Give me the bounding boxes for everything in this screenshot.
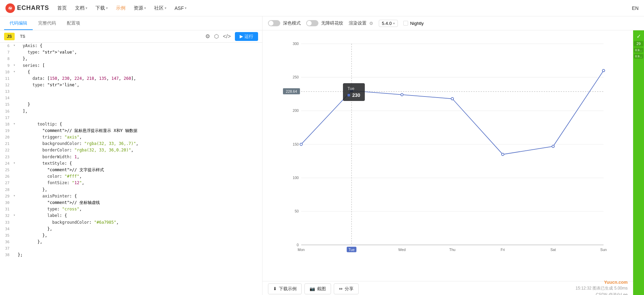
camera-icon: 📷 [310, 286, 315, 291]
fold-arrow[interactable] [12, 49, 16, 56]
line-number: 8 [0, 56, 12, 62]
line-number: 6 [0, 43, 12, 49]
side-value-2: 0.9... [634, 48, 643, 53]
chart-actions: ⬇ 下载示例 📷 截图 ⇔ 分享 [268, 283, 359, 294]
dark-mode-toggle[interactable]: 深色模式 [268, 20, 301, 26]
fold-arrow[interactable] [12, 141, 16, 147]
fold-arrow[interactable] [12, 128, 16, 134]
download-btn[interactable]: ⬇ 下载示例 [268, 283, 302, 294]
fold-arrow[interactable] [12, 226, 16, 232]
logo-text: ECHARTS [17, 4, 49, 12]
fold-arrow[interactable] [12, 101, 16, 108]
accessible-switch[interactable] [306, 20, 318, 26]
svg-text:Sun: Sun [600, 248, 607, 252]
tab-code-edit[interactable]: 代码编辑 [4, 16, 33, 30]
svg-point-31 [451, 98, 453, 100]
fold-arrow[interactable] [12, 95, 16, 101]
lang-ts-tab[interactable]: TS [17, 33, 28, 40]
fold-arrow[interactable]: ▾ [12, 193, 16, 200]
fold-arrow[interactable] [12, 239, 16, 245]
svg-text:228.64: 228.64 [286, 89, 297, 93]
accessible-toggle[interactable]: 无障碍花纹 [306, 20, 343, 26]
fold-arrow[interactable] [12, 245, 16, 252]
version-selector[interactable]: 5.4.0 ▾ [379, 20, 398, 27]
dark-mode-switch[interactable] [268, 20, 280, 26]
fold-arrow[interactable] [12, 56, 16, 62]
fold-arrow[interactable] [12, 88, 16, 95]
line-number: 35 [0, 232, 12, 239]
line-number: 7 [0, 49, 12, 56]
fold-arrow[interactable] [12, 219, 16, 226]
line-number: 37 [0, 245, 12, 252]
fold-arrow[interactable]: ▾ [12, 62, 16, 69]
lang-js-tab[interactable]: JS [4, 33, 15, 40]
fold-arrow[interactable]: ▾ [12, 160, 16, 167]
share-btn[interactable]: ⇔ 分享 [334, 283, 359, 294]
fold-arrow[interactable] [12, 108, 16, 115]
fold-arrow[interactable] [12, 75, 16, 82]
svg-point-29 [350, 89, 353, 92]
code-line: 25 "comment">// 文字提示样式 [0, 167, 262, 173]
fold-arrow[interactable]: ▾ [12, 69, 16, 75]
code-line: 30 "comment">// 坐标轴虚线 [0, 200, 262, 206]
line-number: 25 [0, 167, 12, 173]
fold-arrow[interactable] [12, 206, 16, 212]
line-content: }, [16, 56, 262, 62]
line-number: 17 [0, 115, 12, 121]
svg-point-30 [401, 93, 403, 96]
fold-arrow[interactable] [12, 252, 16, 258]
fold-arrow[interactable] [12, 115, 16, 121]
fold-arrow[interactable] [12, 232, 16, 239]
fold-arrow[interactable]: ▾ [12, 43, 16, 49]
tab-full-code[interactable]: 完整代码 [33, 16, 61, 30]
line-number: 23 [0, 154, 12, 160]
code-line: 6▾ yAxis: { [0, 43, 262, 49]
nav-docs[interactable]: 文档▾ [75, 5, 87, 11]
code-line: 16 ], [0, 108, 262, 115]
nav-download[interactable]: 下载▾ [95, 5, 108, 11]
render-setting[interactable]: 渲染设置 ⚙ [349, 20, 373, 26]
fold-arrow[interactable]: ▾ [12, 121, 16, 128]
fold-arrow[interactable]: ▾ [12, 212, 16, 219]
svg-text:100: 100 [293, 176, 299, 180]
screenshot-btn[interactable]: 📷 截图 [304, 283, 331, 294]
fold-arrow[interactable] [12, 154, 16, 160]
nightly-toggle[interactable]: Nightly [403, 21, 424, 26]
svg-text:Tue: Tue [348, 248, 355, 252]
line-number: 19 [0, 128, 12, 134]
fold-arrow[interactable] [12, 173, 16, 180]
nav-asf[interactable]: ASF▾ [175, 5, 186, 11]
fold-arrow[interactable] [12, 187, 16, 193]
fold-arrow[interactable] [12, 200, 16, 206]
lang-switch[interactable]: EN [632, 5, 639, 11]
tab-config[interactable]: 配置项 [61, 16, 86, 30]
dark-mode-label: 深色模式 [283, 20, 301, 26]
embed-icon[interactable]: </> [223, 33, 231, 40]
nav-community[interactable]: 社区▾ [154, 5, 166, 11]
run-button[interactable]: ▶ 运行 [235, 32, 258, 41]
line-number: 32 [0, 212, 12, 219]
line-number: 31 [0, 206, 12, 212]
nav-home[interactable]: 首页 [57, 5, 67, 11]
svg-point-33 [552, 145, 554, 148]
nav-resources[interactable]: 资源▾ [134, 5, 146, 11]
fold-arrow[interactable] [12, 147, 16, 153]
code-body[interactable]: 6▾ yAxis: {7 type: "str">'value',8 },9▾ … [0, 43, 262, 295]
line-number: 36 [0, 239, 12, 245]
settings-icon[interactable]: ⚙ [205, 33, 210, 40]
line-number: 15 [0, 101, 12, 108]
side-value-1: 29 [634, 41, 643, 46]
fold-arrow[interactable] [12, 167, 16, 173]
code-line: 19 "comment">// 鼠标悬浮提示框显示 X和Y 轴数据 [0, 128, 262, 134]
logo: ECHARTS [5, 3, 49, 13]
chart-svg: 050100150200250300MonTueWedThuFriSatSun2… [283, 37, 613, 261]
fold-arrow[interactable] [12, 82, 16, 88]
line-number: 29 [0, 193, 12, 200]
fold-arrow[interactable] [12, 134, 16, 141]
fold-arrow[interactable] [12, 180, 16, 186]
nav-examples[interactable]: 示例 [116, 5, 125, 11]
cube-icon[interactable]: ⬡ [214, 33, 219, 40]
nightly-checkbox[interactable] [403, 21, 408, 26]
line-content: axisPointer: { [16, 193, 262, 200]
code-line: 12 type: "str">'line', [0, 82, 262, 88]
